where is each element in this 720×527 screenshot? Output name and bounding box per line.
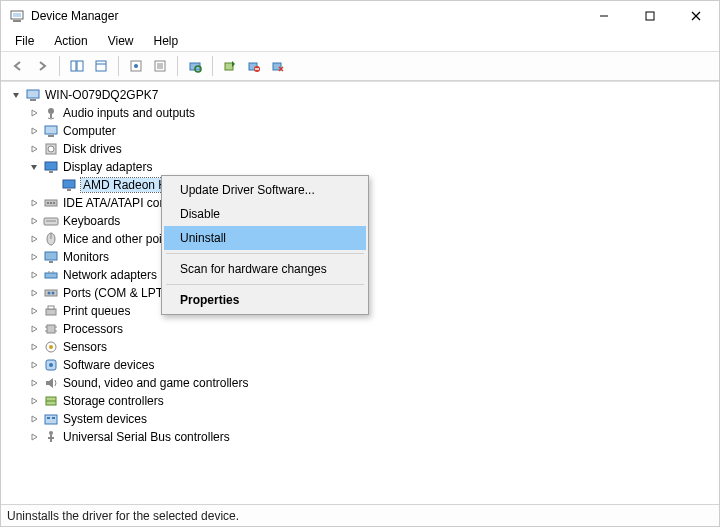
- expand-icon[interactable]: [27, 358, 41, 372]
- titlebar: Device Manager: [1, 1, 719, 31]
- tree-node-sound[interactable]: Sound, video and game controllers: [3, 374, 717, 392]
- expand-icon[interactable]: [27, 268, 41, 282]
- expand-icon[interactable]: [27, 214, 41, 228]
- svg-rect-35: [49, 171, 53, 173]
- help-button[interactable]: [90, 55, 112, 77]
- context-menu-item[interactable]: Disable: [164, 202, 366, 226]
- tree-node-disk[interactable]: Disk drives: [3, 140, 717, 158]
- audio-icon: [43, 105, 59, 121]
- storage-icon: [43, 393, 59, 409]
- expand-icon[interactable]: [27, 196, 41, 210]
- svg-rect-67: [45, 415, 57, 424]
- svg-rect-68: [47, 417, 50, 419]
- svg-rect-36: [63, 180, 75, 188]
- expand-icon[interactable]: [9, 88, 23, 102]
- svg-rect-4: [646, 12, 654, 20]
- expand-icon[interactable]: [27, 142, 41, 156]
- disable-device-button[interactable]: [243, 55, 265, 77]
- scan-hardware-button[interactable]: [184, 55, 206, 77]
- expand-icon[interactable]: [27, 160, 41, 174]
- svg-rect-8: [77, 61, 83, 71]
- display-icon: [43, 159, 59, 175]
- svg-point-12: [134, 64, 138, 68]
- tree-node-audio[interactable]: Audio inputs and outputs: [3, 104, 717, 122]
- tree-node-label: Sensors: [63, 340, 107, 354]
- minimize-button[interactable]: [581, 1, 627, 31]
- expand-icon[interactable]: [27, 304, 41, 318]
- expand-icon[interactable]: [27, 394, 41, 408]
- menu-action[interactable]: Action: [46, 32, 95, 50]
- svg-rect-55: [48, 306, 54, 309]
- menu-help[interactable]: Help: [146, 32, 187, 50]
- back-button[interactable]: [7, 55, 29, 77]
- software-icon: [43, 357, 59, 373]
- expand-icon[interactable]: [27, 322, 41, 336]
- uninstall-device-button[interactable]: [267, 55, 289, 77]
- tree-node-computer[interactable]: Computer: [3, 122, 717, 140]
- svg-point-64: [49, 363, 53, 367]
- context-menu-item[interactable]: Update Driver Software...: [164, 178, 366, 202]
- svg-point-52: [48, 292, 51, 295]
- processor-icon: [43, 321, 59, 337]
- svg-rect-31: [48, 135, 54, 137]
- tree-node-label: Disk drives: [63, 142, 122, 156]
- sensor-icon: [43, 339, 59, 355]
- expand-icon[interactable]: [27, 412, 41, 426]
- svg-rect-56: [47, 325, 55, 333]
- tree-node-processor[interactable]: Processors: [3, 320, 717, 338]
- tree-node-software[interactable]: Software devices: [3, 356, 717, 374]
- expand-icon[interactable]: [27, 430, 41, 444]
- context-menu-item[interactable]: Properties: [164, 288, 366, 312]
- context-menu-item[interactable]: Scan for hardware changes: [164, 257, 366, 281]
- tree-node-sensor[interactable]: Sensors: [3, 338, 717, 356]
- context-menu-item[interactable]: Uninstall: [164, 226, 366, 250]
- tree-node-label: Storage controllers: [63, 394, 164, 408]
- usb-icon: [43, 429, 59, 445]
- expand-icon[interactable]: [27, 286, 41, 300]
- tree-node-storage[interactable]: Storage controllers: [3, 392, 717, 410]
- expand-icon[interactable]: [27, 376, 41, 390]
- expand-icon[interactable]: [27, 106, 41, 120]
- device-tree[interactable]: WIN-O079DQ2GPK7Audio inputs and outputsC…: [1, 81, 719, 504]
- tree-node-label: Universal Serial Bus controllers: [63, 430, 230, 444]
- tree-node-display[interactable]: Display adapters: [3, 158, 717, 176]
- svg-rect-30: [45, 126, 57, 134]
- svg-point-39: [47, 202, 49, 204]
- svg-point-70: [49, 431, 53, 435]
- expand-icon[interactable]: [27, 232, 41, 246]
- tree-root[interactable]: WIN-O079DQ2GPK7: [3, 86, 717, 104]
- menu-view[interactable]: View: [100, 32, 142, 50]
- tree-node-label: Software devices: [63, 358, 154, 372]
- tree-node-label: System devices: [63, 412, 147, 426]
- tree-node-label: Sound, video and game controllers: [63, 376, 248, 390]
- maximize-button[interactable]: [627, 1, 673, 31]
- disk-icon: [43, 141, 59, 157]
- svg-rect-1: [13, 20, 21, 22]
- toolbar-separator: [177, 56, 178, 76]
- pointer-button[interactable]: [125, 55, 147, 77]
- svg-rect-37: [67, 189, 71, 191]
- svg-point-41: [53, 202, 55, 204]
- svg-rect-46: [45, 252, 57, 260]
- tree-node-label: Computer: [63, 124, 116, 138]
- svg-point-62: [49, 345, 53, 349]
- mouse-icon: [43, 231, 59, 247]
- tree-node-label: Display adapters: [63, 160, 152, 174]
- expand-icon[interactable]: [27, 124, 41, 138]
- svg-rect-29: [50, 114, 52, 118]
- expand-icon[interactable]: [27, 340, 41, 354]
- menu-file[interactable]: File: [7, 32, 42, 50]
- update-driver-button[interactable]: [219, 55, 241, 77]
- keyboard-icon: [43, 213, 59, 229]
- tree-node-usb[interactable]: Universal Serial Bus controllers: [3, 428, 717, 446]
- show-hide-tree-button[interactable]: [66, 55, 88, 77]
- expand-icon[interactable]: [27, 250, 41, 264]
- properties-button[interactable]: [149, 55, 171, 77]
- port-icon: [43, 285, 59, 301]
- forward-button[interactable]: [31, 55, 53, 77]
- sound-icon: [43, 375, 59, 391]
- svg-point-28: [48, 108, 54, 114]
- svg-point-53: [52, 292, 55, 295]
- close-button[interactable]: [673, 1, 719, 31]
- tree-node-system[interactable]: System devices: [3, 410, 717, 428]
